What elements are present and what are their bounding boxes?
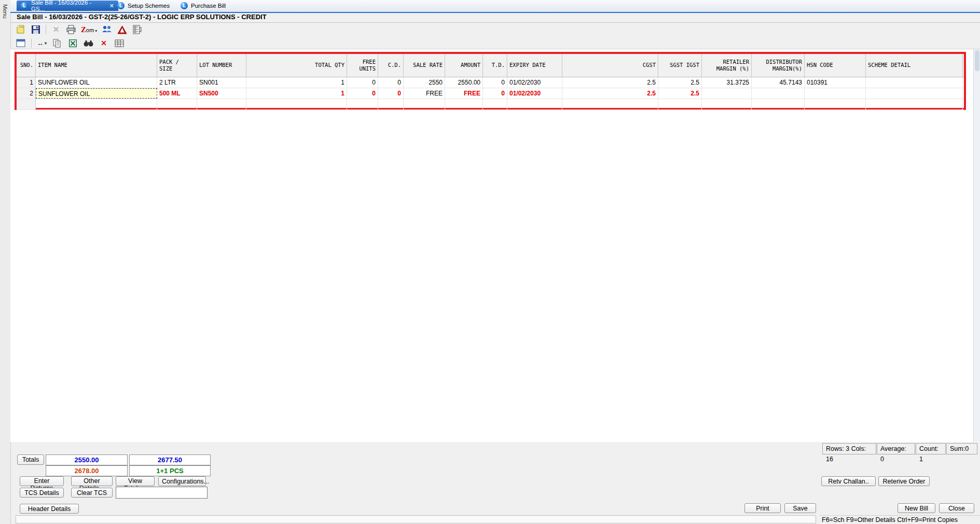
alert-triangle-icon[interactable] <box>117 24 127 35</box>
grid-cell[interactable] <box>752 88 805 99</box>
column-header-amount[interactable]: AMOUNT <box>445 54 483 77</box>
grid-cell[interactable]: 01/02/2030 <box>507 88 562 99</box>
grid-cell[interactable] <box>378 99 404 109</box>
grid-cell[interactable] <box>36 99 157 109</box>
column-header-item-name[interactable]: ITEM NAME <box>36 54 157 77</box>
enter-returns-button[interactable]: Enter Returns <box>20 476 64 486</box>
grid-cell[interactable]: 500 ML <box>157 88 197 99</box>
column-header-expiry-date[interactable]: EXPIRY DATE <box>507 54 562 77</box>
column-header-t-d[interactable]: T.D. <box>483 54 507 77</box>
save-icon[interactable] <box>31 24 41 35</box>
grid-cell[interactable]: 2.5 <box>658 77 702 88</box>
tab-purchase-bill[interactable]: L Purchase Bill <box>176 1 230 11</box>
grid-cell[interactable]: 0 <box>378 77 404 88</box>
grid-cell[interactable]: 2550 <box>404 77 445 88</box>
grid-cell[interactable] <box>866 99 963 109</box>
menu-strip[interactable]: Menu <box>0 0 11 524</box>
grid-row-header[interactable] <box>17 99 36 109</box>
tcs-value-field[interactable] <box>116 487 208 499</box>
grid-cell[interactable] <box>347 99 378 109</box>
grid-cell[interactable]: 2.5 <box>562 88 658 99</box>
column-header-scheme-detail[interactable]: SCHEME DETAIL <box>866 54 963 77</box>
grid-cell[interactable] <box>866 88 963 99</box>
column-header-free-units[interactable]: FREE UNITS <box>347 54 378 77</box>
grid-cell[interactable] <box>658 99 702 109</box>
grid-cell[interactable]: 0 <box>347 88 378 99</box>
grid-cell[interactable]: FREE <box>445 88 483 99</box>
grid-cell[interactable] <box>702 99 752 109</box>
grid-cell[interactable] <box>507 99 562 109</box>
header-details-button[interactable]: Header Details <box>20 504 79 514</box>
grid-cell[interactable] <box>157 99 197 109</box>
grid-cell[interactable] <box>445 99 483 109</box>
column-header-hsn-code[interactable]: HSN CODE <box>805 54 866 77</box>
column-header-sale-rate[interactable]: SALE RATE <box>404 54 445 77</box>
grid-cell[interactable] <box>483 99 507 109</box>
tab-sale-bill[interactable]: L Sale Bill - 16/03/2026 - GS... ✕ <box>17 1 118 11</box>
grid-cell[interactable] <box>404 99 445 109</box>
view-totals-button[interactable]: View Totals... <box>116 476 155 486</box>
grid-row-header[interactable]: 2 <box>17 88 36 99</box>
grid-cell[interactable]: 1 <box>246 77 347 88</box>
close-button[interactable]: Close <box>939 503 974 513</box>
delete-row-icon[interactable]: ✕ <box>99 38 109 48</box>
copy-icon[interactable] <box>52 38 62 48</box>
column-header-total-qty[interactable]: TOTAL QTY <box>246 54 347 77</box>
grid-cell[interactable]: 0 <box>483 88 507 99</box>
new-bill-icon[interactable] <box>16 24 26 35</box>
grid-cell[interactable]: 45.7143 <box>752 77 805 88</box>
column-header-sno[interactable]: SNO. <box>17 54 36 77</box>
grid-cell[interactable] <box>805 88 866 99</box>
clear-tcs-button[interactable]: Clear TCS <box>71 488 113 498</box>
grid-cell[interactable]: 0 <box>483 77 507 88</box>
print-icon[interactable] <box>66 24 76 35</box>
grid-cell[interactable]: 010391 <box>805 77 866 88</box>
retv-challan-button[interactable]: Retv Challan.. <box>821 476 876 486</box>
column-width-dropdown[interactable]: ↔▾ <box>37 39 47 47</box>
grid-cell[interactable]: 2550.00 <box>445 77 483 88</box>
users-icon[interactable] <box>102 24 112 35</box>
tab-setup-schemes[interactable]: L Setup Schemes <box>113 1 174 11</box>
grid-cell[interactable]: 0 <box>347 77 378 88</box>
column-header-retailer-margin[interactable]: RETAILER MARGIN (%) <box>702 54 752 77</box>
column-header-sgst-igst[interactable]: SGST IGST <box>658 54 702 77</box>
grid-cell[interactable] <box>702 88 752 99</box>
column-header-lot-number[interactable]: LOT NUMBER <box>197 54 246 77</box>
column-header-c-d[interactable]: C.D. <box>378 54 404 77</box>
grid-view-icon[interactable] <box>114 38 125 48</box>
grid-cell[interactable]: 2 LTR <box>157 77 197 88</box>
window-form-icon[interactable] <box>16 38 26 48</box>
export-excel-icon[interactable] <box>67 38 78 48</box>
grid-cell[interactable]: 2.5 <box>562 77 658 88</box>
column-header-pack-size[interactable]: PACK / SIZE <box>157 54 197 77</box>
grid-cell[interactable]: 31.3725 <box>702 77 752 88</box>
reterive-order-button[interactable]: Reterive Order <box>878 476 930 486</box>
grid-cell[interactable] <box>752 99 805 109</box>
other-details-button[interactable]: Other Details... <box>71 476 113 486</box>
column-header-distributor-margin[interactable]: DISTRIBUTOR MARGIN(%) <box>752 54 805 77</box>
scrollbar-thumb[interactable] <box>975 50 979 71</box>
new-bill-button[interactable]: New Bill <box>898 503 935 513</box>
find-binoculars-icon[interactable] <box>83 38 93 48</box>
grid-cell[interactable]: 1 <box>246 88 347 99</box>
grid-cell[interactable] <box>197 99 246 109</box>
totals-button[interactable]: Totals <box>17 454 44 465</box>
zoom-dropdown[interactable]: Zom▾ <box>81 25 97 34</box>
print-button[interactable]: Print <box>744 503 781 513</box>
grid-cell[interactable]: SUNFLOWER OIL <box>36 77 157 88</box>
grid-row-header[interactable]: 1 <box>17 77 36 88</box>
column-header-cgst[interactable]: CGST <box>562 54 658 77</box>
tcs-details-button[interactable]: TCS Details <box>20 488 64 498</box>
grid-cell[interactable]: FREE <box>404 88 445 99</box>
vertical-scrollbar[interactable] <box>973 49 980 442</box>
form-list-icon[interactable] <box>132 24 142 35</box>
configurations-button[interactable]: Configurations... <box>158 476 206 486</box>
grid-cell[interactable] <box>805 99 866 109</box>
grid-cell[interactable]: 01/02/2030 <box>507 77 562 88</box>
grid-cell[interactable]: SN001 <box>197 77 246 88</box>
grid-cell[interactable]: SN500 <box>197 88 246 99</box>
grid-cell[interactable] <box>866 77 963 88</box>
grid-cell[interactable] <box>246 99 347 109</box>
grid-cell[interactable]: SUNFLOWER OIL <box>36 88 157 99</box>
save-button[interactable]: Save <box>784 503 816 513</box>
